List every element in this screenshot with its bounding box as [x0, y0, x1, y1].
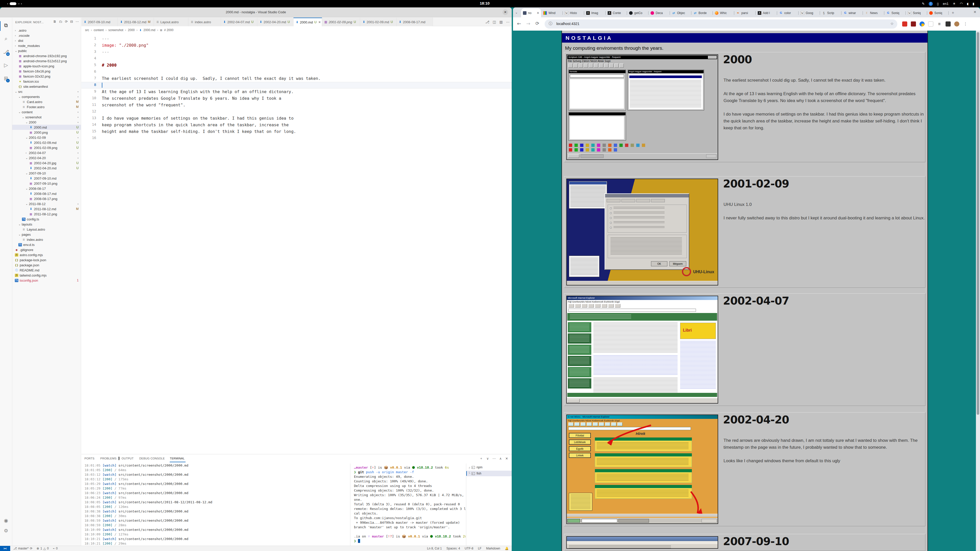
panel-action-icon[interactable]: ＋ — [479, 456, 483, 461]
tree-file-favicon-16x16.png[interactable]: ▦favicon-16x16.png — [12, 68, 81, 74]
scrollbar-thumb[interactable] — [977, 32, 979, 415]
browser-tab-Soniq-17[interactable]: GSoniq — [885, 10, 905, 17]
browser-tab-no-0[interactable]: no✕ — [521, 8, 541, 17]
tree-file-2008-08-17.md[interactable]: ⬇2008-08-17.md — [12, 191, 81, 196]
tree-folder-2000[interactable]: ⌄2000● — [12, 120, 81, 125]
tree-folder-2002-04-07[interactable]: ›2002-04-07● — [12, 150, 81, 156]
browser-tab-Imag-3[interactable]: AImag — [584, 10, 605, 17]
darkred-icon[interactable] — [911, 21, 916, 27]
tree-file-2000.png[interactable]: ▦2000.pngU — [12, 130, 81, 135]
panel-action-icon[interactable]: ∨ — [487, 457, 489, 460]
avatar-icon[interactable] — [954, 21, 959, 27]
bluecircle-icon[interactable] — [920, 21, 924, 27]
terminal-instance-npm[interactable]: ┌>_npm — [466, 465, 512, 470]
back-button[interactable]: ← — [517, 21, 521, 26]
tree-folder-2011-08-12[interactable]: ⌄2011-08-12● — [12, 201, 81, 206]
screenshot-thumbnail[interactable]: Scriptum GIB - Angol-magyar nagyszótár -… — [566, 54, 718, 160]
activity-explorer[interactable]: ⧉ — [0, 20, 12, 32]
tree-folder-2001-02-09[interactable]: ⌄2001-02-09● — [12, 135, 81, 140]
tree-file-tailwind.config.mjs[interactable]: JStailwind.config.mjs — [12, 273, 81, 278]
page-scrollbar[interactable] — [976, 30, 980, 551]
notifications-bell-icon[interactable]: 🔔 — [505, 547, 509, 550]
git-branch-status[interactable]: ⎇master*⟳ — [13, 547, 32, 550]
tree-file-README.md[interactable]: ⓘREADME.md — [12, 268, 81, 273]
omnibox[interactable]: ⓘ localhost:4321 ☆ — [545, 19, 897, 29]
panel-action-icon[interactable]: ∧ — [500, 457, 502, 460]
screenshot-thumbnail[interactable] — [566, 536, 718, 549]
status-item[interactable]: Ln 8, Col 1 — [427, 547, 442, 550]
tree-file-2011-08-12.md[interactable]: ⬇2011-08-12.mdM — [12, 206, 81, 211]
tree-folder-2007-09-10[interactable]: ⌄2007-09-10 — [12, 171, 81, 176]
editor-action-icon[interactable]: ◫ — [493, 20, 496, 24]
breadcrumb[interactable]: src›content›screenshot›2000›⬇2000.md›⊞# … — [85, 27, 173, 33]
new-file-icon[interactable]: 🗎 — [53, 20, 56, 24]
collapse-all-icon[interactable]: ⊟ — [70, 20, 73, 24]
editor-content[interactable]: 1---2image: "./2000.png"3---45# 200067Th… — [81, 34, 512, 454]
clock[interactable]: 18:10 — [480, 1, 503, 5]
status-item[interactable]: UTF-8 — [465, 547, 473, 550]
tab-2007-09-10.md[interactable]: ⬇2007-09-10.md — [81, 17, 118, 26]
tree-folder-node_modules[interactable]: ›node_modules — [12, 43, 81, 48]
activity-source-control[interactable]: ⎇11 — [0, 47, 12, 59]
browser-tab-Conte-4[interactable]: AConte — [606, 10, 627, 17]
lightsq-icon[interactable] — [928, 21, 933, 27]
tab-Layout.astro[interactable]: ≣Layout.astro — [154, 17, 188, 26]
tree-file-android-chrome-512x512.png[interactable]: ▦android-chrome-512x512.png — [12, 59, 81, 64]
breadcrumb-item[interactable]: # 2000 — [164, 28, 173, 32]
bluetooth-icon[interactable]: ᛒ — [929, 2, 933, 6]
panel-tab-DEBUG CONSOLE[interactable]: DEBUG CONSOLE — [139, 454, 168, 462]
tree-file-2001-02-09.md[interactable]: ⬇2001-02-09.mdU — [12, 140, 81, 145]
tree-file-Card.astro[interactable]: ≣Card.astroM — [12, 99, 81, 104]
tree-file-favicon-32x32.png[interactable]: ▦favicon-32x32.png — [12, 74, 81, 79]
tree-folder-pages[interactable]: ⌄pages — [12, 232, 81, 237]
tab-close-icon[interactable]: ✕ — [318, 21, 321, 24]
activity-search[interactable]: ⌕ — [0, 33, 12, 45]
activity-extensions[interactable]: ⊞1 — [0, 73, 12, 85]
browser-tab-Whic-9[interactable]: Whic — [713, 10, 734, 17]
terminal-left[interactable]: 18:01:05 [watch] src/content/screenshot/… — [81, 464, 350, 551]
tree-file-site.webmanifest[interactable]: {}site.webmanifest — [12, 84, 81, 89]
breadcrumb-item[interactable]: 2000.md — [143, 28, 156, 32]
tree-folder-2008-08-17[interactable]: ⌄2008-08-17 — [12, 186, 81, 191]
tree-file-.gitignore[interactable]: ◆.gitignore — [12, 247, 81, 252]
editor-action-icon[interactable]: ⎇ — [485, 20, 489, 24]
volume-icon[interactable]: ◖ — [967, 2, 969, 6]
tab-2011-08-12.md[interactable]: ⬇2011-08-12.mdM — [118, 17, 154, 26]
tree-file-Footer.astro[interactable]: ≣Footer.astroM — [12, 104, 81, 110]
url-text[interactable]: localhost:4321 — [556, 22, 579, 26]
panel-tab-OUTPUT[interactable]: OUTPUT — [122, 454, 137, 462]
tab-2008-08-17.md[interactable]: ⬇2008-08-17.md — [396, 17, 433, 26]
forward-button[interactable]: → — [526, 21, 530, 26]
browser-tab-Objec-7[interactable]: ⇄Objec — [670, 10, 691, 17]
ports-status[interactable]: ⌁0 — [53, 547, 58, 550]
tree-file-2000.md[interactable]: ⬇2000.mdU — [12, 125, 81, 130]
editor-action-icon[interactable]: ▥ — [500, 20, 503, 24]
clipboard-icon[interactable]: ▯ — [937, 2, 939, 6]
browser-tab-Soniq-19[interactable]: Soniq — [928, 10, 948, 17]
tree-file-2002-04-20.md[interactable]: ⬇2002-04-20.mdU — [12, 165, 81, 171]
browser-tab-Deca-6[interactable]: Deca — [649, 10, 670, 17]
more-icon[interactable]: ⋯ — [76, 20, 79, 24]
tree-file-index.astro[interactable]: ≣index.astro — [12, 237, 81, 242]
panel-tab-PORTS[interactable]: PORTS — [84, 454, 98, 462]
tree-file-tsconfig.json[interactable]: TStsconfig.json1 — [12, 278, 81, 283]
tree-folder-components[interactable]: ⌄components● — [12, 94, 81, 99]
breadcrumb-item[interactable]: screenshot — [108, 28, 123, 32]
bookmark-star-icon[interactable]: ☆ — [891, 21, 894, 26]
panel-tab-PROBLEMS[interactable]: PROBLEMS1 — [100, 454, 120, 462]
tree-file-2011-08-12.png[interactable]: ▦2011-08-12.png — [12, 211, 81, 217]
tree-folder-dist[interactable]: ›dist — [12, 38, 81, 43]
browser-tab-Wind-1[interactable]: Wind — [542, 10, 563, 17]
tree-file-favicon.ico[interactable]: ★favicon.ico — [12, 79, 81, 84]
vscode-close-button[interactable]: ✕ — [503, 10, 508, 15]
screenshot-thumbnail[interactable]: Microsoft Internet ExplorerFájl Szerkesz… — [566, 295, 718, 403]
sync-icon[interactable]: ⟳ — [30, 547, 32, 550]
panel-tab-TERMINAL[interactable]: TERMINAL — [170, 454, 189, 462]
tab-2001-02-09.md[interactable]: ⬇2001-02-09.mdU — [360, 17, 396, 26]
tree-folder-2002-04-20[interactable]: ⌄2002-04-20● — [12, 156, 81, 160]
breadcrumb-item[interactable]: content — [94, 28, 103, 32]
keyboard-layout-icon[interactable]: en1 — [943, 2, 948, 6]
browser-tab-Soniq-18[interactable]: WSoniq — [906, 10, 927, 17]
screenshot-thumbnail[interactable]: G-net Wizzu - Microsoft Internet Explore… — [566, 414, 718, 524]
kebab-icon[interactable]: ⋮ — [963, 21, 968, 27]
